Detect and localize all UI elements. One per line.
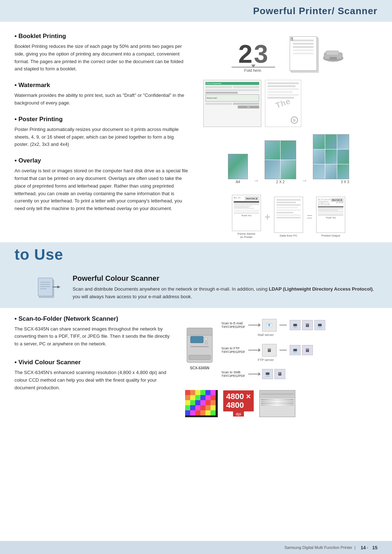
- stapler-icon: [320, 42, 346, 67]
- overlay-equals-icon: =: [307, 211, 313, 223]
- svg-rect-13: [189, 355, 211, 360]
- poster-2x2-group: 2 X 2: [265, 140, 296, 184]
- scanner-document-icon: [37, 274, 61, 298]
- smb-dest-2: 🖥: [274, 369, 285, 379]
- dpi-number: 4800 ×4800: [223, 390, 254, 411]
- svg-rect-12: [187, 328, 212, 335]
- lower-right-col: SCX-6345N Scan to E-mail TIFF/JPEG/PDF 📧: [185, 315, 377, 417]
- svg-rect-3: [330, 57, 337, 60]
- scanner-body-bold: LDAP (Lightweight Directory Access Proto…: [269, 286, 373, 292]
- scan-ftp-label: Scan to FTP TIFF/JPEG/PDF: [221, 346, 245, 354]
- svg-rect-17: [191, 346, 209, 347]
- watermark-body: Watermark provides the ability to print …: [15, 92, 189, 107]
- flatbed-scanner-illus: [259, 390, 295, 417]
- svg-marker-10: [57, 286, 60, 288]
- scan-smb-label: Scan to SMB: [221, 370, 245, 374]
- fold-label: Fold here.: [244, 68, 262, 73]
- ftp-dest-2: 🖥: [302, 345, 313, 355]
- scanner-text-area: Powerful Colour Scanner Scan and distrib…: [73, 274, 377, 301]
- page-num-3: 3: [254, 41, 268, 67]
- poster-a4: A4: [228, 154, 248, 184]
- invoice-box-2: [274, 197, 303, 233]
- staple-group: [290, 36, 346, 73]
- watermark-settings-panel: Print Properties Watermark OK: [203, 80, 261, 127]
- net-line-email-2: [279, 325, 287, 325]
- overlay-output-label: Printed Output: [322, 234, 340, 237]
- poster-cell: [337, 164, 349, 179]
- scan-ftp-row: Scan to FTP TIFF/JPEG/PDF 🖥 💻 🖥: [221, 344, 377, 357]
- svg-point-15: [205, 337, 208, 340]
- scx-label: SCX-6345N: [190, 366, 209, 370]
- scan-smb-format: TIFF/JPEG/PDF: [221, 374, 245, 378]
- scanner-icon-area: [36, 274, 62, 298]
- footer-page-next: 15: [372, 545, 377, 550]
- footer-page-current: 14: [360, 545, 366, 550]
- page-num-2: 2: [238, 41, 253, 67]
- booklet-illustration: 2 3 Fold here.: [200, 36, 377, 73]
- overlay-form-stored: BILL TO: INVOICE Thank You: [232, 195, 261, 239]
- scan-line-3: [261, 403, 294, 404]
- feature-overlay: Overlay An overlay is text or images sto…: [15, 157, 189, 213]
- vivid-scanner-body: The SCX-6345N's enhanced scanning resolu…: [15, 369, 174, 391]
- booklet-pages-group: 2 3 Fold here.: [232, 41, 275, 73]
- poster-title: Poster Printing: [15, 116, 189, 123]
- scan-folder-body: The SCX-6345N can share scanned images t…: [15, 325, 174, 348]
- booklet-title: Booklet Printing: [15, 33, 189, 40]
- scx-printer-svg: [185, 326, 214, 366]
- scanner-body-plain: Scan and distribute Documents anywhere o…: [73, 286, 269, 292]
- poster-2x2-label: 2 X 2: [276, 180, 285, 184]
- scan-email-label: Scan to E-mail TIFF/JPEG/PDF: [221, 321, 245, 329]
- booklet-nums: 2 3: [238, 41, 268, 67]
- poster-cell: [265, 141, 280, 160]
- page: Powerful Printer/ Scanner Booklet Printi…: [0, 0, 392, 554]
- scan-folder-title: Scan-to-Folder (Network Scanner): [15, 315, 174, 323]
- scan-line-2: [261, 401, 294, 402]
- feature-scan-folder: Scan-to-Folder (Network Scanner) The SCX…: [15, 315, 174, 348]
- scan-smb-row: Scan to SMB TIFF/JPEG/PDF 💻 🖥: [221, 369, 377, 379]
- poster-cell: [281, 160, 296, 179]
- svg-point-16: [205, 341, 208, 344]
- poster-cell: [337, 149, 349, 164]
- overlay-forms-label: Forms Stored on Printer: [237, 232, 255, 239]
- scx-printer-col: SCX-6345N: [185, 326, 214, 370]
- ftp-dest-1: 💻: [290, 345, 301, 355]
- scan-line-1: [261, 399, 294, 400]
- scanner-glass: [260, 398, 295, 416]
- svg-rect-2: [326, 51, 339, 55]
- watermark-preview: The b: [265, 80, 301, 127]
- svg-rect-5: [38, 278, 53, 296]
- smb-dest-icons: 💻 🖥: [262, 369, 285, 379]
- network-diagram: SCX-6345N Scan to E-mail TIFF/JPEG/PDF 📧: [185, 315, 377, 379]
- poster-cell: [281, 141, 296, 160]
- poster-2x2-grid: [265, 140, 296, 179]
- to-use-band: to Use: [0, 242, 392, 267]
- overlay-data-label: Data from PC: [280, 234, 297, 237]
- poster-single-page: [228, 154, 248, 179]
- poster-cell: [313, 135, 325, 149]
- booklet-body: Booklet Printing reduces the size of eac…: [15, 43, 189, 73]
- network-destinations: Scan to E-mail TIFF/JPEG/PDF 📧 💻 🖥 💻: [221, 319, 377, 379]
- poster-cell: [313, 164, 325, 179]
- mail-server-label: Mail server: [258, 333, 377, 337]
- overlay-body: An overlay is text or images stored on t…: [15, 167, 189, 213]
- right-column: 2 3 Fold here.: [200, 33, 377, 239]
- dpi-color-grid: [185, 390, 218, 417]
- poster-cell: [265, 160, 280, 179]
- copyright-icon: b: [291, 116, 298, 124]
- dpi-label-box: 4800 ×4800 dpi: [223, 390, 254, 416]
- footer-brand: Samsung Digital Multi Function Printer: [284, 545, 352, 550]
- scanner-heading: Powerful Colour Scanner: [73, 274, 377, 283]
- vivid-scanner-title: Vivid Colour Scanner: [15, 359, 174, 366]
- dest-icon-2: 🖥: [302, 320, 313, 330]
- header-band: Powerful Printer/ Scanner: [0, 0, 392, 22]
- left-column: Booklet Printing Booklet Printing reduce…: [15, 33, 189, 239]
- poster-3x3-label: 3 X 3: [341, 180, 349, 184]
- footer-arrow: ›: [367, 545, 368, 550]
- dpi-unit: dpi: [233, 411, 244, 416]
- main-content: Booklet Printing Booklet Printing reduce…: [0, 22, 392, 242]
- overlay-data-from-pc: Data from PC: [274, 197, 303, 237]
- ftp-dest-icons: 💻 🖥: [290, 345, 313, 355]
- scan-line-4: [261, 405, 294, 406]
- net-line-smb: [248, 374, 259, 374]
- invoice-box-3: BILL TO: Samsung Printing Division123 Ma…: [316, 197, 345, 233]
